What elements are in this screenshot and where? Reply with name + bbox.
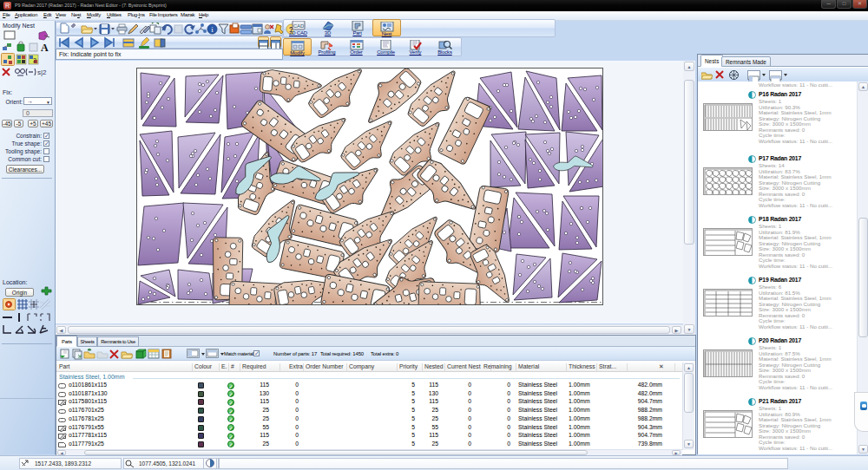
svg-text:s|2: s|2 — [37, 69, 47, 76]
svg-text:CAD: CAD — [293, 23, 304, 29]
svg-text:2: 2 — [33, 57, 36, 63]
svg-text:A: A — [41, 42, 49, 54]
